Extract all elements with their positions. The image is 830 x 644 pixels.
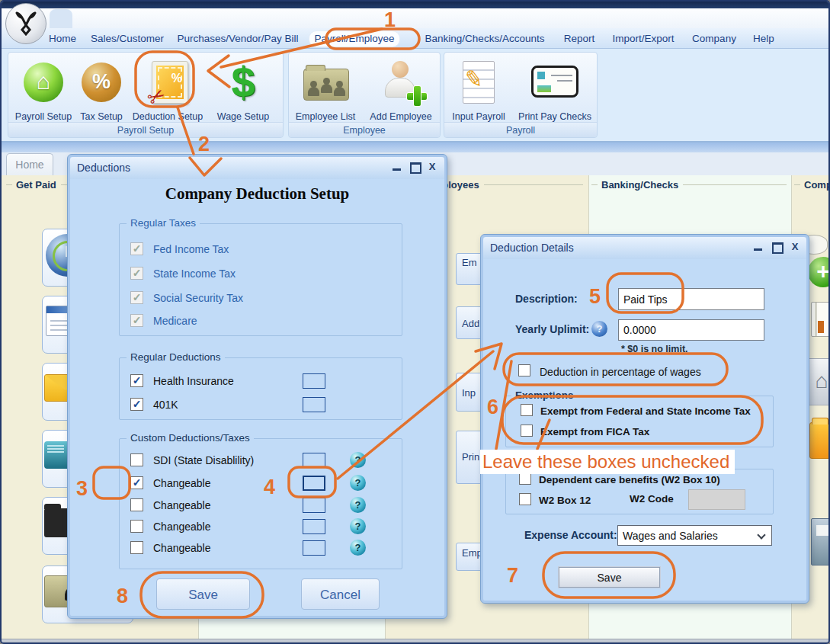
k401-checkbox[interactable] xyxy=(130,398,143,411)
uplimit-note: * $0 is no limit. xyxy=(621,344,688,354)
minimize-icon[interactable] xyxy=(752,241,764,252)
regular-taxes-label: Regular Taxes xyxy=(127,217,200,229)
changeable2-help-icon[interactable]: ? xyxy=(350,497,366,513)
changeable4-checkbox[interactable] xyxy=(130,541,143,554)
employee-list-button[interactable]: Employee List xyxy=(290,56,361,122)
deduction-setup-button[interactable]: %✂ Deduction Setup xyxy=(127,56,208,122)
menu-purchases[interactable]: Purchases/Vendor/Pay Bill xyxy=(175,31,300,46)
payroll-setup-house-icon: ⌂ xyxy=(21,59,66,107)
deductions-cancel-button[interactable]: Cancel xyxy=(301,578,380,610)
gray-house-icon[interactable]: ⌂ xyxy=(806,358,830,405)
deductions-dialog-titlebar[interactable]: Deductions xyxy=(70,157,444,179)
expense-account-dropdown[interactable]: Wages and Salaries xyxy=(617,525,772,546)
employee-list-folder-icon xyxy=(303,59,348,107)
close-icon[interactable]: X xyxy=(426,161,438,172)
maximize-icon[interactable] xyxy=(409,161,421,172)
ledger-book-icon[interactable] xyxy=(811,302,830,337)
app-logo-button[interactable] xyxy=(5,3,46,44)
menu-import-export[interactable]: Import/Export xyxy=(608,31,678,46)
tab-home[interactable]: Home xyxy=(6,153,53,175)
tax-setup-percent-icon: % xyxy=(79,59,123,107)
w2-box12-label: W2 Box 12 xyxy=(539,495,591,506)
health-insurance-checkbox[interactable] xyxy=(130,374,143,387)
menu-payroll-employee[interactable]: Payroll/Employee xyxy=(309,31,399,46)
changeable4-label: Changeable xyxy=(153,542,211,554)
ribbon-group-label: Payroll Setup xyxy=(8,122,283,137)
state-income-tax-checkbox[interactable] xyxy=(130,267,143,280)
k401-label: 401K xyxy=(153,399,178,411)
exempt-fica-label: Exempt from FICA Tax xyxy=(540,426,649,437)
medicare-checkbox[interactable] xyxy=(130,314,143,327)
fed-income-tax-label: Fed Income Tax xyxy=(153,243,229,255)
exemptions-label: Exemptions xyxy=(511,389,578,401)
input-payroll-notepad-icon: ✎ xyxy=(457,59,501,107)
fed-income-tax-checkbox[interactable] xyxy=(130,242,143,255)
social-security-checkbox[interactable] xyxy=(130,291,143,304)
uplimit-help-icon[interactable]: ? xyxy=(591,321,607,337)
social-security-label: Social Security Tax xyxy=(153,292,243,304)
changeable3-label: Changeable xyxy=(153,521,211,533)
add-employee-person-icon xyxy=(379,59,423,107)
menu-home[interactable]: Home xyxy=(46,31,79,46)
menu-banking[interactable]: Banking/Checks/Accounts xyxy=(422,31,547,46)
maximize-icon[interactable] xyxy=(771,241,783,252)
changeable2-value-box[interactable] xyxy=(303,498,325,513)
changeable1-value-box[interactable] xyxy=(303,476,325,491)
header-company: Company xyxy=(794,178,830,191)
changeable4-value-box[interactable] xyxy=(303,540,325,556)
add-employee-button[interactable]: Add Employee xyxy=(364,56,438,122)
menu-company[interactable]: Company xyxy=(689,31,739,46)
exempt-fica-checkbox[interactable] xyxy=(521,425,533,437)
changeable3-value-box[interactable] xyxy=(303,519,325,534)
close-icon[interactable]: X xyxy=(789,241,801,252)
expense-account-label: Expense Account: xyxy=(524,529,617,541)
dialog-heading: Company Deduction Setup xyxy=(68,184,447,203)
app-logo-icon xyxy=(6,4,46,43)
chevron-down-icon xyxy=(757,530,765,539)
exempt-federal-state-checkbox[interactable] xyxy=(521,404,533,416)
deductions-save-button[interactable]: Save xyxy=(156,578,250,610)
dependent-care-checkbox[interactable] xyxy=(519,473,531,485)
payroll-setup-button[interactable]: ⌂ Payroll Setup xyxy=(11,56,75,122)
status-bar xyxy=(2,639,828,644)
medicare-label: Medicare xyxy=(153,315,197,327)
input-payroll-button[interactable]: ✎ Input Payroll xyxy=(446,56,511,122)
print-pay-checks-button[interactable]: Print Pay Checks xyxy=(513,56,597,122)
sdi-checkbox[interactable] xyxy=(130,453,143,466)
print-pay-checks-check-icon xyxy=(533,59,577,107)
state-income-tax-label: State Income Tax xyxy=(153,268,236,280)
sdi-value-box[interactable] xyxy=(303,453,325,468)
sdi-label: SDI (State Disablility) xyxy=(153,454,254,466)
description-input[interactable]: Paid Tips xyxy=(618,288,764,310)
menu-help[interactable]: Help xyxy=(747,31,780,46)
blue-binder-icon[interactable] xyxy=(811,518,830,566)
regular-deductions-label: Regular Deductions xyxy=(127,351,225,363)
details-save-button[interactable]: Save xyxy=(559,567,660,588)
health-insurance-value-box[interactable] xyxy=(303,373,325,389)
ribbon-group-payroll: ✎ Input Payroll Print Pay Checks Payroll xyxy=(444,52,598,138)
orange-folder-icon[interactable] xyxy=(809,422,830,459)
description-label: Description: xyxy=(515,293,578,305)
tax-setup-button[interactable]: % Tax Setup xyxy=(77,56,126,122)
changeable1-checkbox[interactable] xyxy=(130,476,143,489)
yearly-uplimit-input[interactable]: 0.0000 xyxy=(618,319,764,341)
sdi-help-icon[interactable]: ? xyxy=(350,452,366,468)
wage-setup-button[interactable]: $ Wage Setup xyxy=(211,56,275,122)
changeable3-checkbox[interactable] xyxy=(130,520,143,533)
minimize-icon[interactable] xyxy=(391,161,403,172)
pct-of-wages-label: Deduction in percentage of wages xyxy=(540,366,701,378)
changeable4-help-icon[interactable]: ? xyxy=(350,540,366,556)
menu-sales-customer[interactable]: Sales/Customer xyxy=(87,31,168,46)
menu-report[interactable]: Report xyxy=(559,31,599,46)
menu-bar: Home Sales/Customer Purchases/Vendor/Pay… xyxy=(2,28,828,49)
wage-setup-dollar-icon: $ xyxy=(221,59,265,107)
w2-code-input[interactable] xyxy=(688,489,745,510)
w2-box12-checkbox[interactable] xyxy=(519,493,531,505)
pct-of-wages-checkbox[interactable] xyxy=(518,364,530,376)
ribbon-group-employee: Employee List Add Employee Employee xyxy=(288,52,441,138)
changeable1-help-icon[interactable]: ? xyxy=(350,475,366,491)
changeable3-help-icon[interactable]: ? xyxy=(350,518,366,534)
k401-value-box[interactable] xyxy=(303,397,325,412)
changeable2-checkbox[interactable] xyxy=(130,498,143,511)
changeable1-label: Changeable xyxy=(153,477,211,489)
